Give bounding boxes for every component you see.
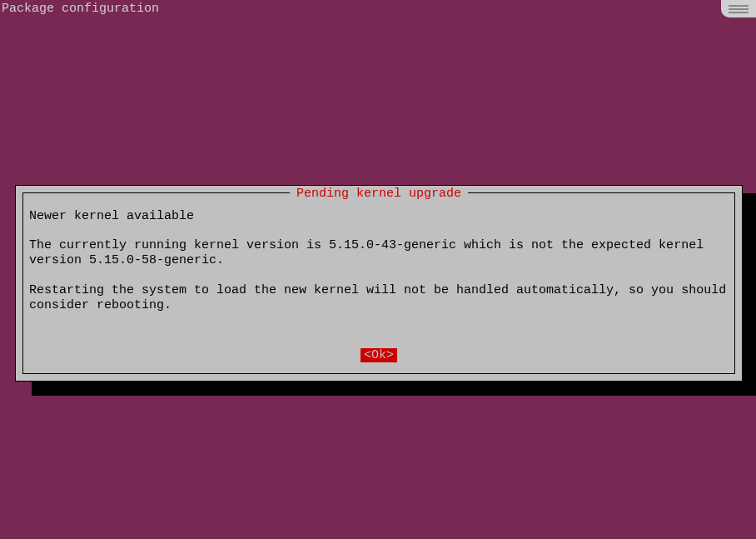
dialog-paragraph-2: Restarting the system to load the new ke… [29,283,729,313]
menu-line [729,5,749,7]
dialog-heading: Newer kernel available [29,209,729,223]
dialog-content: Newer kernel available The currently run… [29,209,729,328]
dialog-paragraph-1: The currently running kernel version is … [29,238,729,268]
hamburger-menu-icon[interactable] [721,0,756,17]
ok-button[interactable]: <Ok> [361,348,397,362]
menu-line [729,12,749,13]
menu-line [729,8,749,10]
dialog-box: Pending kernel upgrade Newer kernel avai… [15,185,743,382]
header-bar: Package configuration [0,0,756,17]
dialog-title: Pending kernel upgrade [290,187,468,201]
header-title: Package configuration [0,2,159,16]
